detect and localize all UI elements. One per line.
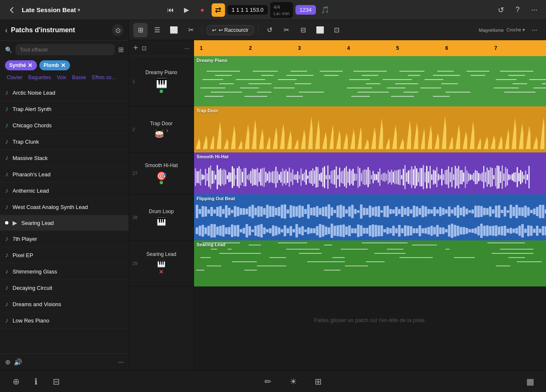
bottom-panel-button[interactable]: ⊟ xyxy=(49,374,64,389)
track-clip-trap-door[interactable]: Trap Door xyxy=(194,106,546,152)
add-track-button[interactable]: + xyxy=(133,43,138,53)
instrument-item[interactable]: ♪West Coast Analog Synth Lead xyxy=(0,199,129,215)
hihat-bar xyxy=(359,168,360,186)
add-instrument-button[interactable]: ⊕ xyxy=(5,358,10,366)
bottom-pencil-button[interactable]: ✏ xyxy=(261,374,276,389)
instrument-item[interactable]: ♪Dreams and Visions xyxy=(0,296,129,312)
track-more-button[interactable]: ··· xyxy=(184,45,189,52)
sidebar-header: ‹ Patchs d'instrument ⊙ xyxy=(0,20,129,41)
footer-more-button[interactable]: ··· xyxy=(118,358,124,366)
list-view-button[interactable]: ☰ xyxy=(150,23,164,37)
search-filter-button[interactable]: ⊞ xyxy=(118,46,124,54)
hihat-bar xyxy=(307,175,308,179)
drum-bar xyxy=(471,229,474,233)
hihat-bar xyxy=(450,172,451,182)
drum-bar xyxy=(378,225,380,236)
svg-marker-22 xyxy=(350,129,355,149)
drum-bar xyxy=(404,225,406,236)
filter-tag-synth-close[interactable]: ✕ xyxy=(28,62,33,69)
hihat-bar xyxy=(247,175,248,179)
drum-bar xyxy=(237,207,239,217)
filter-tag-plomb-close[interactable]: ✕ xyxy=(61,62,66,69)
searing-lead-line xyxy=(324,245,332,245)
hihat-bar xyxy=(446,170,448,184)
instrument-item[interactable]: ♪Low Res Piano xyxy=(0,312,129,329)
play-button[interactable]: ▶ xyxy=(180,3,193,17)
grid-view-button[interactable]: ⊞ xyxy=(133,23,147,37)
instrument-item[interactable]: ♪Pixel EP xyxy=(0,247,129,263)
record-button[interactable]: ● xyxy=(196,3,209,17)
drum-bar xyxy=(515,228,518,233)
svg-marker-21 xyxy=(343,133,348,149)
drum-bar xyxy=(442,227,445,234)
tab-basse[interactable]: Basse xyxy=(70,74,88,81)
split-button[interactable]: ⊟ xyxy=(296,23,311,37)
hihat-bar xyxy=(354,173,355,181)
timeline: 1234567 xyxy=(194,40,546,56)
cut-toolbar-button[interactable]: ✂ xyxy=(279,23,294,37)
instrument-item[interactable]: ♪Pharaoh's Lead xyxy=(0,166,129,183)
bottom-sun-button[interactable]: ☀ xyxy=(286,374,301,389)
instrument-item[interactable]: ♪Chicago Chords xyxy=(0,117,129,134)
hihat-bar xyxy=(515,172,516,182)
metronome-button[interactable]: 🎵 xyxy=(318,3,332,17)
toolbar-more-button[interactable]: ··· xyxy=(528,23,542,37)
tab-effets[interactable]: Effets so... xyxy=(90,74,117,81)
svg-marker-36 xyxy=(449,137,453,149)
window-button[interactable]: ⬜ xyxy=(167,23,181,37)
undo-button[interactable]: ↺ xyxy=(494,3,507,17)
svg-marker-15 xyxy=(301,129,305,149)
capture-button[interactable]: ⬜ xyxy=(313,23,327,37)
sidebar-title: Patchs d'instrument xyxy=(11,26,109,34)
drum-bar xyxy=(413,206,415,217)
drum-bar xyxy=(424,228,427,234)
instrument-item[interactable]: ♪Trap Alert Synth xyxy=(0,101,129,117)
cursor-button[interactable]: ✂ xyxy=(184,23,198,37)
hihat-bar xyxy=(319,174,320,181)
searing-lead-line xyxy=(196,270,204,271)
instrument-item[interactable]: ♪Anthemic Lead xyxy=(0,183,129,199)
undo-toolbar-button[interactable]: ↺ xyxy=(263,23,277,37)
instrument-item[interactable]: ▶Searing Lead xyxy=(0,215,129,231)
tab-clavier[interactable]: Clavier xyxy=(5,74,24,81)
track-clip-smooth-hihat[interactable]: Smooth Hi-Hat xyxy=(194,152,546,194)
track-clip-drum-loop[interactable]: Flipping Out Beat xyxy=(194,194,546,240)
drum-bar xyxy=(266,229,269,232)
bottom-piano-button[interactable]: ▦ xyxy=(523,374,538,389)
sidebar-back-button[interactable]: ‹ xyxy=(5,26,8,35)
bottom-grid-button[interactable]: ⊞ xyxy=(311,374,326,389)
more-options-button[interactable]: ··· xyxy=(528,3,541,17)
instrument-item[interactable]: ♪Shimmering Glass xyxy=(0,263,129,280)
track-clip-dreamy-piano[interactable]: Dreamy Piano xyxy=(194,56,546,106)
hihat-icon: 🎯 xyxy=(156,171,167,181)
back-button[interactable] xyxy=(5,3,18,17)
shortcut-button[interactable]: ↩ ↩ Raccourcir xyxy=(207,25,254,35)
instrument-item[interactable]: ♪Decaying Circuit xyxy=(0,280,129,296)
drum-bar xyxy=(501,210,503,213)
drum-bar xyxy=(492,226,494,236)
sidebar-settings-button[interactable]: ⊙ xyxy=(112,24,124,36)
instrument-item[interactable]: ♪Trap Clunk xyxy=(0,134,129,150)
filter-tag-plomb[interactable]: Plomb ✕ xyxy=(39,60,70,70)
filter-tag-synth[interactable]: Synthé ✕ xyxy=(5,60,37,70)
instrument-item[interactable]: ♪Massive Stack xyxy=(0,150,129,166)
rewind-button[interactable]: ⏮ xyxy=(164,3,177,17)
help-button[interactable]: ? xyxy=(511,3,524,17)
track-clip-searing-lead[interactable]: Searing Lead xyxy=(194,240,546,286)
instrument-item[interactable]: ♪Arctic Noise Lead xyxy=(0,85,129,101)
bottom-add-button[interactable]: ⊕ xyxy=(8,374,23,389)
track-copy-button[interactable]: ⊡ xyxy=(142,45,147,52)
bottom-info-button[interactable]: ℹ xyxy=(28,374,44,389)
instrument-play-button[interactable]: ▶ xyxy=(13,219,17,226)
trap-door-nav-button[interactable]: › xyxy=(166,127,168,134)
search-input[interactable] xyxy=(16,44,115,55)
drum-bar xyxy=(351,205,354,219)
loop-button[interactable]: ⇄ xyxy=(212,3,225,17)
tab-voix[interactable]: Voix xyxy=(55,74,68,81)
tab-baguettes[interactable]: Baguettes xyxy=(26,74,52,81)
drum-bar xyxy=(199,226,201,236)
instrument-item[interactable]: ♪7th Player xyxy=(0,231,129,247)
searing-lead-line xyxy=(269,257,286,258)
copy-button[interactable]: ⊡ xyxy=(330,23,344,37)
drum-bar xyxy=(260,206,263,216)
